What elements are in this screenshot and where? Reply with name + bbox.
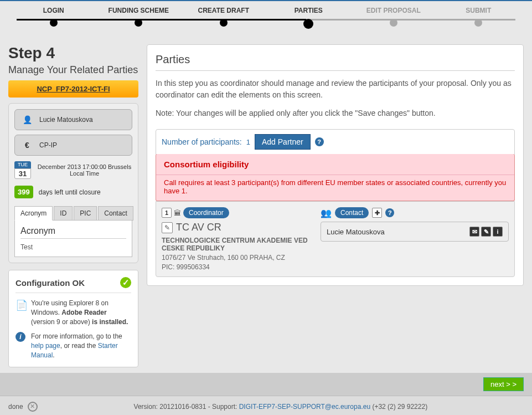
call-id-banner[interactable]: NCP_FP7-2012-ICT-FI (8, 80, 138, 98)
check-icon: ✓ (120, 277, 131, 288)
add-partner-button[interactable]: Add Partner (255, 134, 311, 150)
deadline-row: TUE 31 December 2013 17:00:00 Brussels L… (14, 160, 132, 180)
add-contact-button[interactable]: ✚ (372, 208, 382, 218)
contact-row: Lucie Matouskova ✉ ✎ i (321, 222, 509, 242)
org-fullname: TECHNOLOGICKE CENTRUM AKADEMIE VED CESKE… (162, 237, 315, 252)
intro-text-1: In this step you as coordinator should m… (156, 78, 515, 101)
building-icon: 🏛 (174, 209, 181, 217)
contact-help-icon[interactable]: ? (385, 208, 394, 217)
next-button[interactable]: next > > (483, 377, 524, 391)
alert-body: Call requires at least 3 participant(s) … (156, 175, 514, 201)
contact-name: Lucie Matouskova (327, 228, 385, 236)
info-contact-button[interactable]: i (493, 227, 503, 237)
edit-contact-button[interactable]: ✎ (481, 227, 491, 237)
progress-step-funding-scheme[interactable]: FUNDING SCHEME (96, 7, 182, 30)
config-heading: Configuration OK (16, 278, 85, 288)
days-left-row: 399 days left until closure (14, 185, 132, 199)
pdf-icon: 📄 (16, 299, 25, 326)
deadline-text: December 2013 17:00:00 Brussels Local Ti… (37, 163, 132, 177)
alert-title: Consortium eligibility (156, 154, 514, 175)
eligibility-alert: Consortium eligibility Call requires at … (156, 154, 515, 201)
acronym-label: Acronym (20, 226, 126, 236)
org-pic: PIC: 999506334 (162, 263, 315, 271)
scheme-value: CP-IP (39, 141, 57, 149)
contact-icon: 👥 (321, 208, 332, 218)
party-number: 1 (162, 208, 172, 218)
intro-text-2: Note: Your changes will be applied only … (156, 107, 515, 119)
progress-step-create-draft[interactable]: CREATE DRAFT (181, 7, 266, 30)
progress-step-submit[interactable]: SUBMIT (436, 7, 521, 30)
org-address: 1076/27 Ve Struhach, 160 00 PRAHA, CZ (162, 254, 315, 262)
progress-step-edit-proposal[interactable]: EDIT PROPOSAL (351, 7, 436, 30)
support-email-link[interactable]: DIGIT-EFP7-SEP-SUPPORT@ec.europa.eu (239, 403, 370, 411)
close-icon[interactable]: ✕ (28, 402, 38, 412)
step-title: Step 4 (8, 44, 138, 62)
progress-step-login[interactable]: LOGIN (11, 7, 96, 30)
footer-center: Version: 20121016-0831 - Support: DIGIT-… (134, 403, 428, 411)
mail-icon[interactable]: ✉ (469, 227, 479, 237)
scheme-pill[interactable]: € CP-IP (14, 135, 132, 156)
participants-toolbar: Number of participants: 1 Add Partner ? (156, 129, 515, 155)
days-left-badge: 399 (14, 186, 33, 198)
done-label: done (8, 403, 23, 411)
party-row: 1 🏛 Coordinator ✎ TC AV CR TECHNOLOGICKE… (156, 201, 515, 277)
user-icon: 👤 (20, 113, 34, 126)
contact-badge: Contact (335, 207, 369, 218)
progress-step-parties[interactable]: PARTIES (266, 7, 352, 30)
help-page-link[interactable]: help page (31, 342, 60, 350)
tab-pic[interactable]: PIC (74, 206, 97, 221)
page-title: Parties (156, 53, 515, 71)
footer: done ✕ Version: 20121016-0831 - Support:… (0, 396, 532, 415)
org-acronym: TC AV CR (176, 222, 221, 233)
user-name: Lucie Matouskova (39, 116, 93, 124)
config-browser-text: You're using Explorer 8 on Windows. Adob… (31, 299, 131, 326)
step-subtitle: Manage Your Related Parties (8, 64, 138, 76)
config-info-text: For more information, go to the help pag… (31, 332, 131, 360)
tab-content: Acronym Test (14, 220, 132, 257)
sidebar-tabs: AcronymIDPICContact (14, 206, 132, 221)
help-icon[interactable]: ? (315, 137, 324, 146)
acronym-value: Test (20, 243, 126, 251)
calendar-icon: TUE 31 (14, 161, 31, 179)
days-left-text: days left until closure (39, 188, 101, 196)
config-panel: Configuration OK ✓ 📄 You're using Explor… (8, 270, 138, 367)
euro-icon: € (20, 139, 34, 152)
progress-bar: LOGINFUNDING SCHEMECREATE DRAFTPARTIESED… (0, 0, 532, 39)
next-bar: next > > (0, 373, 532, 396)
tab-contact[interactable]: Contact (98, 206, 133, 221)
user-pill[interactable]: 👤 Lucie Matouskova (14, 109, 132, 130)
tab-acronym[interactable]: Acronym (14, 206, 53, 221)
info-card: 👤 Lucie Matouskova € CP-IP TUE 31 Decemb… (8, 103, 138, 263)
info-icon: i (16, 332, 25, 342)
participants-label: Number of participants: (162, 137, 242, 146)
tab-id[interactable]: ID (54, 206, 73, 221)
edit-org-button[interactable]: ✎ (162, 222, 173, 233)
participants-count: 1 (246, 138, 250, 146)
role-badge: Coordinator (183, 207, 229, 218)
